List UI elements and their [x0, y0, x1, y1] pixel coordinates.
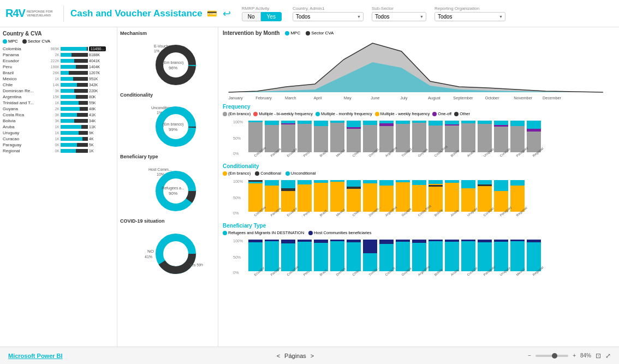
svg-rect-46 — [265, 121, 279, 152]
svg-text:0%: 0% — [233, 211, 239, 215]
svg-rect-176 — [330, 240, 344, 271]
svg-rect-48 — [281, 121, 295, 152]
list-item[interactable]: Chile14K342K — [3, 82, 114, 87]
rmrp-label: RMRP Activity — [242, 6, 282, 11]
cva-dot — [22, 39, 27, 44]
svg-rect-119 — [330, 180, 344, 212]
svg-rect-131 — [412, 180, 426, 185]
svg-text:Yes 59%: Yes 59% — [189, 263, 203, 267]
intervention-title: Intervention by Month — [223, 30, 279, 36]
svg-rect-76 — [478, 121, 492, 152]
bar-label: 8188K — [89, 53, 100, 57]
fit-to-screen-icon[interactable]: ⊡ — [596, 352, 601, 360]
list-item[interactable]: Regional0K1K — [3, 148, 114, 153]
prev-page-button[interactable]: < — [277, 353, 280, 359]
svg-rect-138 — [461, 180, 475, 188]
bar-label: 34K — [89, 119, 96, 123]
reporting-org-select[interactable]: Todos — [435, 12, 505, 21]
covid-chart: NO 41% Yes 59% — [120, 225, 215, 277]
list-item[interactable]: Paraguay0K5K — [3, 142, 114, 147]
country-name: Ecuador — [3, 58, 45, 63]
list-item[interactable]: Peru198K1404K — [3, 64, 114, 69]
conditionality-legend: (Em branco) Conditional Unconditional — [223, 171, 615, 176]
zoom-slider-track[interactable] — [535, 355, 568, 357]
footer: Microsoft Power BI < Páginas > − + 84% ⊡… — [0, 347, 619, 364]
svg-rect-74 — [461, 121, 475, 152]
bar-wrap: 55K — [61, 101, 114, 105]
list-item[interactable]: Bolivia3K34K — [3, 118, 114, 123]
svg-rect-135 — [445, 180, 459, 212]
bar-cva — [74, 59, 88, 63]
country-name: Dominican Re... — [3, 88, 45, 93]
svg-rect-200 — [527, 240, 541, 271]
conditionality-bar-section: Conditionality (Em branco) Conditional U… — [223, 163, 615, 219]
svg-rect-197 — [494, 240, 508, 242]
list-item[interactable]: Guyana2K48K — [3, 106, 114, 111]
country-name: Chile — [3, 82, 45, 87]
rmrp-yes-button[interactable]: Yes — [261, 12, 282, 21]
page-title: Cash and Voucher Assistance — [70, 8, 203, 19]
svg-rect-189 — [428, 240, 443, 241]
country-name: Curacao — [3, 136, 45, 141]
list-item[interactable]: Brazil26K1207K — [3, 70, 114, 75]
count-left: 2K — [45, 107, 59, 111]
count-left: 198K — [45, 65, 59, 69]
back-button[interactable]: ↩ — [223, 8, 231, 20]
zoom-plus-button[interactable]: + — [573, 353, 576, 359]
list-item[interactable]: Argentina15K80K — [3, 94, 114, 99]
country-select[interactable]: Todos — [293, 12, 364, 21]
footer-logo[interactable]: Microsoft Power BI — [8, 353, 63, 359]
beneficiary-legend: Refugees and Migrants IN DESTINATION Hos… — [223, 230, 615, 235]
bar-mpc — [61, 95, 76, 99]
svg-rect-174 — [314, 240, 328, 271]
bar-mpc — [61, 131, 79, 135]
svg-rect-192 — [461, 240, 475, 271]
country-name: Paraguay — [3, 142, 45, 147]
svg-rect-117 — [314, 180, 328, 212]
svg-rect-54 — [314, 121, 328, 126]
svg-text:May: May — [344, 96, 352, 100]
bar-label: 951K — [89, 77, 98, 81]
svg-rect-70 — [428, 121, 443, 126]
subsector-select[interactable]: Todos — [372, 12, 426, 21]
svg-text:March: March — [285, 96, 296, 100]
list-item[interactable]: Panama2K8188K — [3, 52, 114, 57]
divider1 — [63, 5, 64, 22]
fullscreen-icon[interactable]: ⤢ — [605, 352, 611, 360]
bar-cva — [79, 131, 88, 135]
svg-rect-167 — [248, 240, 263, 242]
svg-rect-123 — [347, 187, 361, 189]
svg-rect-184 — [396, 240, 410, 271]
svg-rect-68 — [412, 121, 426, 123]
svg-rect-115 — [297, 180, 312, 212]
svg-point-11 — [166, 117, 186, 136]
list-item[interactable]: Curacao1K4K — [3, 136, 114, 141]
list-item[interactable]: Costa Rica3K41K — [3, 112, 114, 117]
rmrp-no-button[interactable]: No — [242, 12, 261, 21]
bar-mpc — [61, 89, 74, 93]
country-name: Argentina — [3, 94, 45, 99]
svg-rect-193 — [461, 240, 475, 241]
svg-rect-113 — [281, 180, 295, 188]
list-item[interactable]: Ecuador222K4041K — [3, 58, 114, 63]
svg-rect-75 — [461, 121, 475, 123]
svg-rect-134 — [428, 185, 443, 187]
svg-rect-183 — [379, 240, 394, 244]
list-item[interactable]: Uruguay1K9K — [3, 130, 114, 135]
list-item[interactable]: Trinidad and T...1K55K — [3, 100, 114, 105]
list-item[interactable]: Dominican Re...3K220K — [3, 88, 114, 93]
bar-wrap: 4K — [61, 137, 114, 141]
svg-rect-124 — [363, 180, 377, 212]
bar-wrap: 80K — [61, 95, 114, 99]
list-item[interactable]: Colombia989K11490... — [3, 46, 114, 51]
list-item[interactable]: Aruba1K11K — [3, 124, 114, 129]
svg-rect-178 — [347, 240, 361, 271]
zoom-minus-button[interactable]: − — [528, 353, 531, 359]
country-name: Aruba — [3, 124, 45, 129]
list-item[interactable]: Mexico1K951K — [3, 76, 114, 81]
conditionality-bar-chart: 100% 50% 0% — [223, 177, 615, 219]
zoom-slider-thumb[interactable] — [552, 353, 557, 359]
svg-rect-50 — [281, 123, 295, 124]
svg-rect-56 — [330, 121, 344, 123]
next-page-button[interactable]: > — [311, 353, 314, 359]
